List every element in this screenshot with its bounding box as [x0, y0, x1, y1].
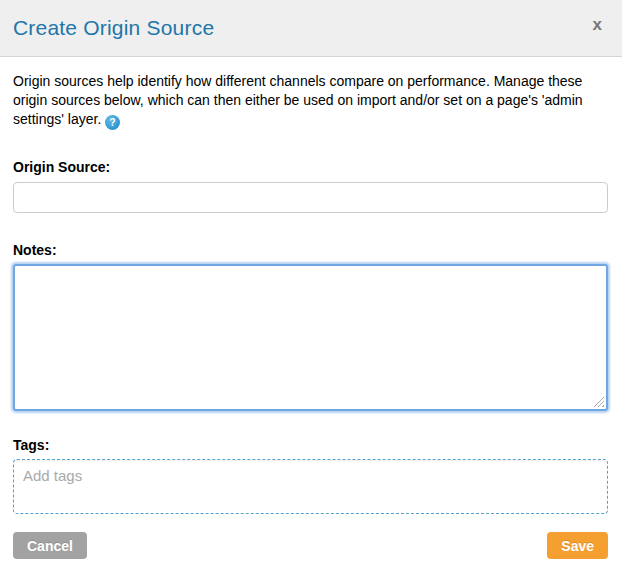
modal-header: Create Origin Source x: [0, 0, 622, 57]
close-icon[interactable]: x: [589, 14, 606, 35]
description-text-content: Origin sources help identify how differe…: [13, 73, 583, 127]
modal-body: Origin sources help identify how differe…: [0, 72, 622, 514]
help-icon[interactable]: ?: [105, 115, 120, 130]
modal-footer: Cancel Save: [0, 514, 622, 559]
notes-textarea[interactable]: [13, 264, 608, 411]
notes-label: Notes:: [13, 242, 608, 258]
tags-input[interactable]: Add tags: [13, 459, 608, 514]
tags-placeholder: Add tags: [23, 467, 82, 484]
save-button[interactable]: Save: [547, 532, 608, 559]
description-text: Origin sources help identify how differe…: [13, 72, 608, 130]
notes-textarea-wrap: [13, 264, 608, 411]
tags-label: Tags:: [13, 437, 608, 453]
cancel-button[interactable]: Cancel: [13, 532, 87, 559]
origin-source-input[interactable]: [13, 182, 608, 213]
origin-source-label: Origin Source:: [13, 159, 608, 175]
create-origin-source-modal: Create Origin Source x Origin sources he…: [0, 0, 622, 572]
modal-title: Create Origin Source: [13, 16, 214, 40]
